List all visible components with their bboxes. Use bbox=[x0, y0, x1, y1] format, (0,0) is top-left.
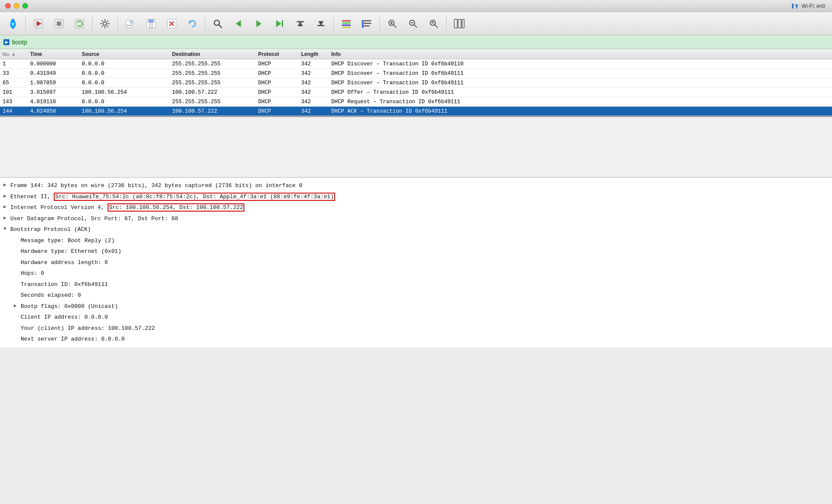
close-button[interactable] bbox=[5, 3, 11, 9]
go-forward-button[interactable] bbox=[250, 14, 268, 33]
zoom-in-button[interactable] bbox=[383, 14, 402, 33]
bootstrap-fields: Message type: Boot Reply (2) Hardware ty… bbox=[0, 235, 832, 345]
col-header-protocol[interactable]: Protocol bbox=[258, 51, 301, 57]
col-header-length[interactable]: Length bbox=[301, 51, 331, 57]
field-expand-icon bbox=[14, 269, 21, 277]
packet-row[interactable]: 143 4.019110 0.0.0.0 255.255.255.255 DHC… bbox=[0, 97, 832, 107]
svg-line-44 bbox=[435, 25, 438, 28]
toolbar-sep-5 bbox=[333, 16, 334, 31]
detail-ip-row[interactable]: ▶ Internet Protocol Version 4, Src: 100.… bbox=[0, 202, 832, 213]
go-to-button[interactable] bbox=[270, 14, 289, 33]
svg-rect-32 bbox=[363, 20, 371, 22]
last-packet-button[interactable] bbox=[311, 14, 330, 33]
svg-rect-35 bbox=[362, 20, 364, 28]
wireshark-logo-icon bbox=[7, 18, 19, 30]
cell-time: 4.019110 bbox=[30, 99, 82, 105]
sort-indicator: ▲ bbox=[12, 52, 15, 56]
cell-length: 342 bbox=[301, 80, 331, 86]
window-title: Wi-Fi: en0 bbox=[792, 3, 825, 9]
go-back-button[interactable] bbox=[229, 14, 248, 33]
packet-row[interactable]: 101 3.015097 100.100.56.254 100.100.57.2… bbox=[0, 88, 832, 97]
cell-source: 100.100.56.254 bbox=[82, 108, 172, 114]
resize-columns-button[interactable] bbox=[450, 14, 468, 33]
svg-rect-49 bbox=[462, 19, 464, 28]
options-button[interactable] bbox=[96, 14, 114, 33]
svg-line-19 bbox=[219, 25, 222, 28]
zoom-reset-button[interactable] bbox=[424, 14, 443, 33]
cell-source: 0.0.0.0 bbox=[82, 71, 172, 77]
cell-destination: 255.255.255.255 bbox=[172, 61, 258, 67]
stop-icon bbox=[53, 18, 65, 30]
maximize-button[interactable] bbox=[22, 3, 28, 9]
start-capture-button[interactable] bbox=[29, 14, 48, 33]
first-packet-button[interactable] bbox=[291, 14, 310, 33]
udp-expand-icon[interactable]: ▶ bbox=[3, 215, 10, 222]
svg-rect-27 bbox=[317, 25, 324, 26]
restart-capture-button[interactable] bbox=[70, 14, 89, 33]
packet-list: No. ▲ Time Source Destination Protocol L… bbox=[0, 49, 832, 117]
detail-ethernet-row[interactable]: ▶ Ethernet II, Src: HuaweiTe_75:54:2c (a… bbox=[0, 191, 832, 203]
cell-destination: 255.255.255.255 bbox=[172, 71, 258, 77]
packet-row[interactable]: 33 0.431949 0.0.0.0 255.255.255.255 DHCP… bbox=[0, 69, 832, 78]
colorize-button[interactable] bbox=[337, 14, 356, 33]
cell-protocol: DHCP bbox=[258, 80, 301, 86]
field-label: Hops: 0 bbox=[21, 269, 829, 278]
field-expand-icon bbox=[14, 280, 21, 288]
svg-marker-21 bbox=[256, 20, 262, 27]
packet-row[interactable]: 144 4.024850 100.100.56.254 100.100.57.2… bbox=[0, 107, 832, 116]
cell-length: 342 bbox=[301, 71, 331, 77]
stop-capture-button[interactable] bbox=[49, 14, 68, 33]
save-button[interactable] bbox=[142, 14, 160, 33]
ethernet-expand-icon[interactable]: ▶ bbox=[3, 193, 10, 200]
forward-arrow-icon bbox=[253, 18, 265, 30]
cell-time: 0.431949 bbox=[30, 71, 82, 77]
field-expand-icon bbox=[14, 313, 21, 320]
svg-rect-34 bbox=[363, 25, 370, 27]
packet-row[interactable]: 65 1.987059 0.0.0.0 255.255.255.255 DHCP… bbox=[0, 78, 832, 88]
svg-rect-0 bbox=[792, 3, 793, 8]
auto-scroll-button[interactable] bbox=[357, 14, 376, 33]
ethernet-label: Ethernet II, Src: HuaweiTe_75:54:2c (a0:… bbox=[10, 193, 829, 201]
field-label: Message type: Boot Reply (2) bbox=[21, 237, 829, 245]
packet-row[interactable]: 1 0.000000 0.0.0.0 255.255.255.255 DHCP … bbox=[0, 59, 832, 69]
first-packet-icon bbox=[294, 18, 306, 30]
field-expand-icon[interactable]: ▶ bbox=[14, 302, 21, 310]
cell-no: 1 bbox=[0, 61, 30, 67]
ethernet-highlight: Src: HuaweiTe_75:54:2c (a0:8c:f8:75:54:2… bbox=[54, 193, 335, 201]
detail-bootstrap-field: Hardware type: Ethernet (0x01) bbox=[0, 246, 832, 257]
col-header-source[interactable]: Source bbox=[82, 51, 172, 57]
open-button[interactable] bbox=[121, 14, 140, 33]
detail-bootstrap-field: Client IP address: 0.0.0.0 bbox=[0, 312, 832, 323]
detail-bootstrap-field[interactable]: ▶ Bootp flags: 0x0000 (Unicast) bbox=[0, 301, 832, 312]
cell-source: 100.100.56.254 bbox=[82, 89, 172, 95]
empty-space bbox=[0, 117, 832, 177]
svg-point-7 bbox=[103, 22, 107, 25]
cell-time: 0.000000 bbox=[30, 61, 82, 67]
field-expand-icon bbox=[14, 291, 21, 298]
detail-udp-row[interactable]: ▶ User Datagram Protocol, Src Port: 67, … bbox=[0, 213, 832, 224]
detail-bootstrap-row[interactable]: ▼ Bootstrap Protocol (ACK) bbox=[0, 224, 832, 235]
frame-expand-icon[interactable]: ▶ bbox=[3, 181, 10, 189]
wireshark-logo-button[interactable] bbox=[3, 14, 22, 33]
col-header-no[interactable]: No. ▲ bbox=[0, 52, 30, 57]
ip-expand-icon[interactable]: ▶ bbox=[3, 203, 10, 211]
zoom-reset-icon bbox=[428, 18, 440, 30]
ip-label: Internet Protocol Version 4, Src: 100.10… bbox=[10, 203, 829, 212]
close-file-button[interactable] bbox=[162, 14, 181, 33]
minimize-button[interactable] bbox=[14, 3, 19, 9]
col-header-destination[interactable]: Destination bbox=[172, 51, 258, 57]
detail-frame-row[interactable]: ▶ Frame 144: 342 bytes on wire (2736 bit… bbox=[0, 180, 832, 191]
close-file-icon bbox=[166, 18, 178, 30]
svg-marker-9 bbox=[130, 21, 133, 23]
zoom-out-button[interactable] bbox=[404, 14, 422, 33]
col-header-info[interactable]: Info bbox=[331, 51, 832, 57]
reload-button[interactable] bbox=[183, 14, 202, 33]
svg-rect-33 bbox=[363, 23, 371, 24]
col-header-time[interactable]: Time bbox=[30, 51, 82, 57]
find-button[interactable] bbox=[208, 14, 227, 33]
cell-info: DHCP Offer – Transaction ID 0xf6b49111 bbox=[331, 89, 832, 95]
bootstrap-expand-icon[interactable]: ▼ bbox=[3, 225, 10, 233]
cell-destination: 255.255.255.255 bbox=[172, 99, 258, 105]
filter-value[interactable]: bootp bbox=[12, 39, 27, 46]
cell-length: 342 bbox=[301, 99, 331, 105]
